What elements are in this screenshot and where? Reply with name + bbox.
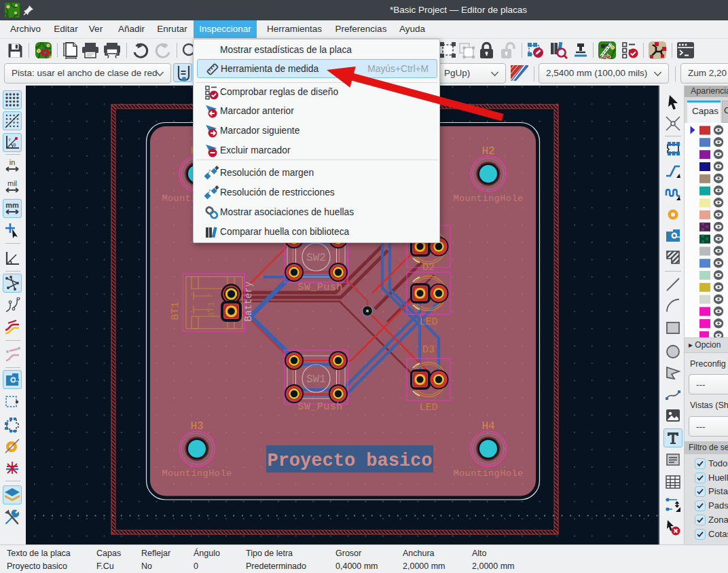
svg-text:MountingHole: MountingHole <box>162 468 232 479</box>
svg-text:θ: θ <box>13 142 16 148</box>
svg-text:mil: mil <box>7 179 17 187</box>
svg-text:Battery: Battery <box>243 282 254 322</box>
svg-text:BT1: BT1 <box>170 301 181 320</box>
svg-text:SW2: SW2 <box>306 252 326 264</box>
svg-text:r: r <box>9 136 11 143</box>
svg-text:Proyecto basico: Proyecto basico <box>267 451 432 471</box>
svg-text:MountingHole: MountingHole <box>453 193 523 204</box>
svg-text:H3: H3 <box>190 420 203 432</box>
svg-text:D2: D2 <box>422 262 435 274</box>
svg-text:SW_Push: SW_Push <box>297 401 343 413</box>
svg-text:H4: H4 <box>481 420 494 432</box>
svg-text:mm: mm <box>5 201 19 209</box>
svg-text:LED: LED <box>419 402 437 413</box>
svg-text:LED: LED <box>419 316 437 328</box>
svg-text:D3: D3 <box>422 344 435 356</box>
svg-text:MountingHole: MountingHole <box>453 468 523 479</box>
svg-text:H2: H2 <box>481 145 494 158</box>
svg-text:BT1: BT1 <box>206 301 217 318</box>
svg-text:SW_Push: SW_Push <box>297 282 343 293</box>
svg-text:SW1: SW1 <box>306 373 326 386</box>
svg-text:in: in <box>10 158 16 166</box>
